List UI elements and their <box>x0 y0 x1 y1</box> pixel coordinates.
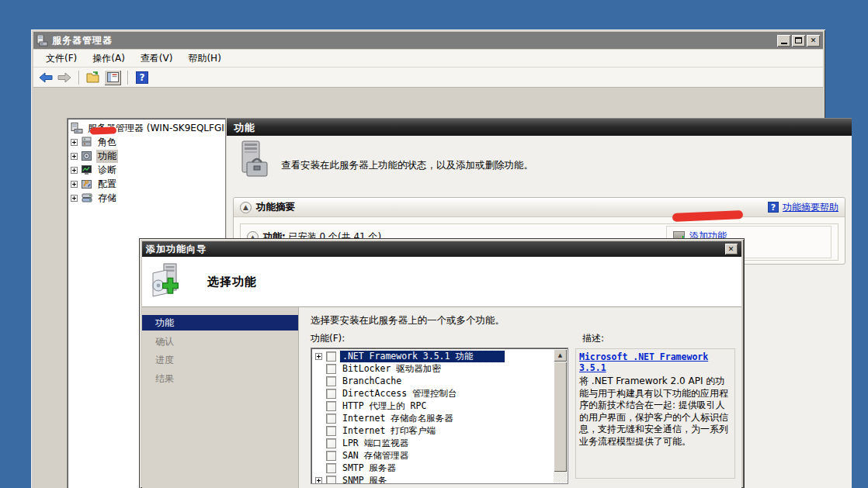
feature-row[interactable]: LPR 端口监视器 <box>311 437 568 449</box>
feature-label[interactable]: SAN 存储管理器 <box>340 450 411 462</box>
feature-checkbox[interactable] <box>326 463 336 473</box>
minimize-button[interactable] <box>777 35 790 47</box>
wizard-step-进度[interactable]: 进度 <box>142 352 298 368</box>
feature-checkbox[interactable] <box>326 376 336 386</box>
window-title: 服务器管理器 <box>52 34 113 47</box>
back-icon[interactable] <box>38 70 54 85</box>
server-manager-icon <box>71 123 83 133</box>
toolbar-separator <box>127 71 128 85</box>
menu-item[interactable]: 查看(V) <box>133 50 181 67</box>
features-list-label: 功能(F): <box>311 332 575 345</box>
feature-label[interactable]: DirectAccess 管理控制台 <box>340 388 460 400</box>
desktop: 服务器管理器 ✕ 文件(F)操作(A)查看(V)帮助(H) <box>0 0 868 488</box>
menu-bar: 文件(F)操作(A)查看(V)帮助(H) <box>33 50 823 67</box>
wizard-step-结果[interactable]: 结果 <box>142 371 298 386</box>
maximize-button[interactable] <box>792 35 805 47</box>
tree-item-label: 功能 <box>96 150 118 163</box>
toolbar: ? <box>33 67 823 88</box>
server-manager-icon <box>36 35 49 47</box>
feature-checkbox[interactable] <box>326 401 336 411</box>
collapse-chevron-icon[interactable]: ▲ <box>240 202 252 213</box>
feature-checkbox[interactable] <box>326 451 336 461</box>
dialog-header: 选择功能 <box>142 257 741 307</box>
feature-label[interactable]: SMTP 服务器 <box>340 462 398 474</box>
feature-row[interactable]: HTTP 代理上的 RPC <box>311 400 568 412</box>
feature-row[interactable]: DirectAccess 管理控制台 <box>311 387 568 400</box>
main-panel-header: 功能 <box>227 119 852 136</box>
wizard-steps-nav: 功能确认进度结果 <box>142 307 299 488</box>
close-button[interactable]: ✕ <box>807 35 820 47</box>
expand-plus-icon[interactable] <box>71 139 78 146</box>
expand-plus-icon[interactable] <box>71 181 78 188</box>
feature-label[interactable]: .NET Framework 3.5.1 功能 <box>340 351 505 362</box>
dialog-titlebar[interactable]: 添加功能向导 ✕ <box>142 241 741 257</box>
vertical-scrollbar[interactable]: ▲ <box>554 349 567 483</box>
feature-description-link[interactable]: Microsoft .NET Framework 3.5.1 <box>579 351 731 373</box>
feature-checkbox[interactable] <box>326 351 336 362</box>
feature-checkbox[interactable] <box>326 364 336 374</box>
tree-item-features[interactable]: 功能 <box>69 149 224 163</box>
tree-item-storage[interactable]: 存储 <box>69 191 224 205</box>
feature-row[interactable]: BitLocker 驱动器加密 <box>311 362 568 375</box>
forward-icon[interactable] <box>57 70 72 85</box>
help-icon[interactable]: ? <box>134 70 150 85</box>
annotation-stroke-features-tree <box>90 126 116 134</box>
main-panel-description: 查看安装在此服务器上功能的状态，以及添加或删除功能。 <box>281 159 533 172</box>
storage-icon <box>81 192 93 203</box>
tree-item-diagnostics[interactable]: 诊断 <box>69 163 224 177</box>
feature-row[interactable]: SAN 存储管理器 <box>311 449 568 462</box>
menu-item[interactable]: 帮助(H) <box>180 50 228 67</box>
help-icon: ? <box>768 202 779 213</box>
tree-item-configuration[interactable]: 配置 <box>69 177 224 191</box>
feature-row[interactable]: Internet 存储命名服务器 <box>311 412 568 424</box>
menu-item[interactable]: 操作(A) <box>85 50 133 67</box>
expand-plus-icon[interactable] <box>71 153 78 160</box>
expand-plus-icon[interactable] <box>315 353 322 360</box>
feature-label[interactable]: LPR 端口监视器 <box>340 438 411 449</box>
window-titlebar[interactable]: 服务器管理器 ✕ <box>33 32 823 49</box>
dialog-title: 添加功能向导 <box>146 243 207 256</box>
feature-label[interactable]: Internet 打印客户端 <box>340 425 438 437</box>
feature-label[interactable]: Internet 存储命名服务器 <box>340 413 456 424</box>
features-toolbox-icon <box>238 140 272 182</box>
expand-plus-icon[interactable] <box>71 167 78 174</box>
wizard-content: 选择要安装在此服务器上的一个或多个功能。 功能(F): 描述: ▲ .NET F… <box>299 307 741 488</box>
feature-checkbox[interactable] <box>326 414 336 424</box>
features-summary-header: ▲ 功能摘要 ? 功能摘要帮助 <box>234 198 845 217</box>
feature-description-text: 将 .NET Framework 2.0 API 的功能与用于构建具有以下功能的… <box>579 376 731 448</box>
configuration-icon <box>81 178 93 189</box>
features-listbox[interactable]: ▲ .NET Framework 3.5.1 功能BitLocker 驱动器加密… <box>311 348 568 484</box>
feature-label[interactable]: BranchCache <box>340 376 404 386</box>
scrollbar-thumb[interactable] <box>554 362 567 472</box>
feature-checkbox[interactable] <box>326 476 336 485</box>
tree-item-roles[interactable]: 角色 <box>69 135 224 149</box>
scroll-up-icon[interactable]: ▲ <box>554 349 567 362</box>
tree-item-label: 存储 <box>96 192 118 205</box>
feature-checkbox[interactable] <box>326 438 336 448</box>
dialog-heading: 选择功能 <box>207 275 257 289</box>
expand-plus-icon[interactable] <box>315 477 322 484</box>
diagnostics-icon <box>81 164 93 175</box>
export-list-icon[interactable] <box>85 70 101 85</box>
wizard-instruction: 选择要安装在此服务器上的一个或多个功能。 <box>311 314 735 327</box>
show-console-tree-icon[interactable] <box>104 70 121 85</box>
toolbar-separator <box>78 71 79 85</box>
features-summary-help-link[interactable]: 功能摘要帮助 <box>783 201 838 214</box>
feature-row[interactable]: SMTP 服务器 <box>311 462 568 474</box>
wizard-step-功能[interactable]: 功能 <box>142 315 298 331</box>
feature-row[interactable]: SNMP 服务 <box>311 474 568 484</box>
feature-checkbox[interactable] <box>326 426 336 436</box>
dialog-close-icon[interactable]: ✕ <box>725 244 738 254</box>
description-label: 描述: <box>582 332 604 345</box>
feature-label[interactable]: BitLocker 驱动器加密 <box>340 363 443 375</box>
feature-row[interactable]: BranchCache <box>311 375 568 387</box>
feature-label[interactable]: HTTP 代理上的 RPC <box>340 400 429 412</box>
menu-item[interactable]: 文件(F) <box>38 50 85 67</box>
feature-row[interactable]: Internet 打印客户端 <box>311 424 568 437</box>
feature-checkbox[interactable] <box>326 389 336 399</box>
wizard-step-确认[interactable]: 确认 <box>142 334 298 349</box>
add-features-wizard-dialog: 添加功能向导 ✕ 选择功能 功能确认进度结果 选择要安装在此服务器上的一个或多个… <box>140 239 744 488</box>
feature-label[interactable]: SNMP 服务 <box>340 475 390 485</box>
expand-plus-icon[interactable] <box>71 195 78 202</box>
feature-row[interactable]: .NET Framework 3.5.1 功能 <box>311 350 568 362</box>
